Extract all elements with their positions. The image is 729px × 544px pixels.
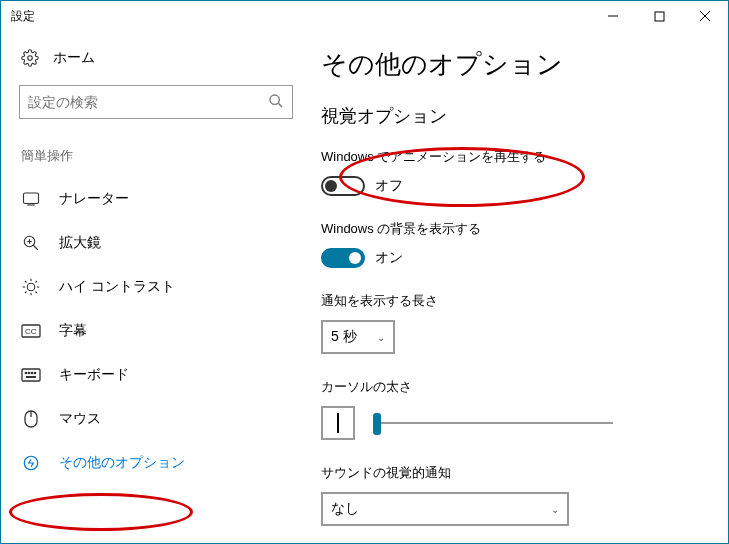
sidebar-item-keyboard[interactable]: キーボード xyxy=(1,353,311,397)
svg-line-6 xyxy=(278,103,282,107)
minimize-button[interactable] xyxy=(590,1,636,31)
svg-text:CC: CC xyxy=(25,327,37,336)
gear-icon xyxy=(21,49,39,67)
sidebar-item-label: ハイ コントラスト xyxy=(59,278,175,296)
combo-value: なし xyxy=(331,500,359,518)
setting-label: 通知を表示する長さ xyxy=(321,292,718,310)
cursor-preview xyxy=(321,406,355,440)
setting-label: Windows でアニメーションを再生する xyxy=(321,148,718,166)
sidebar-item-high-contrast[interactable]: ハイ コントラスト xyxy=(1,265,311,309)
chevron-down-icon: ⌄ xyxy=(551,504,559,515)
magnifier-icon xyxy=(21,234,41,252)
other-options-icon xyxy=(21,454,41,472)
setting-label: Windows の背景を表示する xyxy=(321,220,718,238)
search-box[interactable] xyxy=(19,85,293,119)
setting-notification-duration: 通知を表示する長さ 5 秒 ⌄ xyxy=(321,292,718,354)
maximize-button[interactable] xyxy=(636,1,682,31)
svg-point-5 xyxy=(270,95,279,104)
home-link[interactable]: ホーム xyxy=(1,41,311,81)
close-button[interactable] xyxy=(682,1,728,31)
svg-point-27 xyxy=(34,372,35,373)
sidebar-item-captions[interactable]: CC 字幕 xyxy=(1,309,311,353)
main-panel: その他のオプション 視覚オプション Windows でアニメーションを再生する … xyxy=(311,31,728,543)
sidebar-item-other-options[interactable]: その他のオプション xyxy=(1,441,311,485)
mouse-icon xyxy=(21,410,41,428)
sidebar-item-mouse[interactable]: マウス xyxy=(1,397,311,441)
svg-point-4 xyxy=(28,56,33,61)
setting-cursor-thickness: カーソルの太さ xyxy=(321,378,718,440)
search-input[interactable] xyxy=(28,94,268,110)
svg-rect-23 xyxy=(22,369,40,381)
svg-point-26 xyxy=(31,372,32,373)
svg-point-24 xyxy=(25,372,26,373)
titlebar: 設定 xyxy=(1,1,728,31)
setting-label: サウンドの視覚的通知 xyxy=(321,464,718,482)
slider-thumb[interactable] xyxy=(373,413,381,435)
setting-background: Windows の背景を表示する オン xyxy=(321,220,718,268)
narrator-icon xyxy=(21,190,41,208)
sidebar-item-magnifier[interactable]: 拡大鏡 xyxy=(1,221,311,265)
section-title: 視覚オプション xyxy=(321,104,718,128)
setting-animations: Windows でアニメーションを再生する オフ xyxy=(321,148,718,196)
page-title: その他のオプション xyxy=(321,47,718,82)
toggle-state-text: オフ xyxy=(375,177,403,195)
sidebar-item-label: 字幕 xyxy=(59,322,87,340)
sidebar-item-narrator[interactable]: ナレーター xyxy=(1,177,311,221)
chevron-down-icon: ⌄ xyxy=(377,332,385,343)
svg-line-9 xyxy=(33,245,38,250)
sidebar-item-label: その他のオプション xyxy=(59,454,185,472)
window-title: 設定 xyxy=(11,8,35,25)
combo-notification-duration[interactable]: 5 秒 ⌄ xyxy=(321,320,395,354)
svg-line-15 xyxy=(25,281,27,283)
svg-rect-7 xyxy=(24,193,39,204)
window-controls xyxy=(590,1,728,31)
svg-rect-1 xyxy=(655,12,664,21)
search-icon xyxy=(268,93,284,112)
home-label: ホーム xyxy=(53,49,95,67)
sidebar: ホーム 簡単操作 ナレーター 拡大鏡 ハイ コントラスト xyxy=(1,31,311,543)
toggle-background[interactable] xyxy=(321,248,365,268)
combo-sound-visual[interactable]: なし ⌄ xyxy=(321,492,569,526)
toggle-animations[interactable] xyxy=(321,176,365,196)
sidebar-item-label: キーボード xyxy=(59,366,129,384)
sidebar-item-label: マウス xyxy=(59,410,101,428)
nav-group-header: 簡単操作 xyxy=(1,137,311,177)
svg-point-12 xyxy=(27,283,35,291)
svg-line-16 xyxy=(36,292,38,294)
svg-point-25 xyxy=(28,372,29,373)
svg-line-19 xyxy=(25,292,27,294)
sidebar-item-label: 拡大鏡 xyxy=(59,234,101,252)
setting-sound-visual: サウンドの視覚的通知 なし ⌄ xyxy=(321,464,718,526)
combo-value: 5 秒 xyxy=(331,328,357,346)
svg-rect-28 xyxy=(26,376,36,378)
svg-line-20 xyxy=(36,281,38,283)
toggle-state-text: オン xyxy=(375,249,403,267)
sidebar-item-label: ナレーター xyxy=(59,190,129,208)
keyboard-icon xyxy=(21,368,41,382)
high-contrast-icon xyxy=(21,278,41,296)
slider-cursor-thickness[interactable] xyxy=(373,411,613,435)
setting-label: カーソルの太さ xyxy=(321,378,718,396)
captions-icon: CC xyxy=(21,324,41,338)
